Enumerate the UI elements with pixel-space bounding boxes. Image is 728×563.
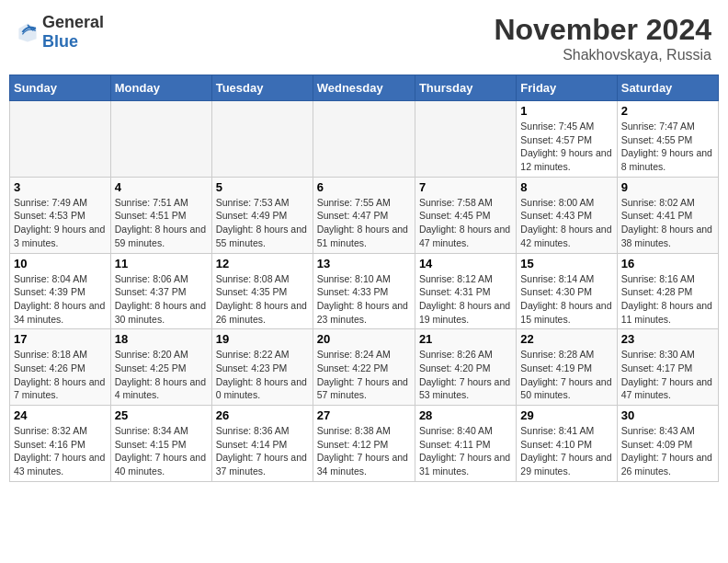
day-number: 6 <box>317 180 411 194</box>
day-info: Sunrise: 8:06 AM Sunset: 4:37 PM Dayligh… <box>115 272 208 327</box>
day-info: Sunrise: 8:30 AM Sunset: 4:17 PM Dayligh… <box>621 348 714 402</box>
day-number: 27 <box>317 408 411 422</box>
day-number: 20 <box>317 332 411 346</box>
day-number: 26 <box>216 408 309 422</box>
day-info: Sunrise: 7:45 AM Sunset: 4:57 PM Dayligh… <box>520 120 612 174</box>
col-header-thursday: Thursday <box>415 75 516 101</box>
day-number: 25 <box>115 408 208 422</box>
day-number: 24 <box>14 408 107 422</box>
day-info: Sunrise: 8:40 AM Sunset: 4:11 PM Dayligh… <box>419 424 512 478</box>
page-header: General Blue November 2024 Shakhovskaya,… <box>9 9 719 67</box>
title-block: November 2024 Shakhovskaya, Russia <box>494 13 711 63</box>
calendar-header-row: SundayMondayTuesdayWednesdayThursdayFrid… <box>10 75 719 101</box>
day-number: 10 <box>14 257 107 270</box>
day-number: 22 <box>520 332 612 346</box>
col-header-wednesday: Wednesday <box>313 75 415 101</box>
calendar-cell: 4Sunrise: 7:51 AM Sunset: 4:51 PM Daylig… <box>110 177 211 253</box>
day-info: Sunrise: 7:49 AM Sunset: 4:53 PM Dayligh… <box>14 196 107 250</box>
day-info: Sunrise: 8:24 AM Sunset: 4:22 PM Dayligh… <box>317 348 411 402</box>
day-info: Sunrise: 8:22 AM Sunset: 4:23 PM Dayligh… <box>216 348 309 402</box>
day-info: Sunrise: 8:38 AM Sunset: 4:12 PM Dayligh… <box>317 424 411 478</box>
calendar-cell: 6Sunrise: 7:55 AM Sunset: 4:47 PM Daylig… <box>313 177 415 253</box>
day-number: 30 <box>621 408 714 422</box>
day-number: 15 <box>520 257 612 270</box>
day-number: 7 <box>419 180 512 194</box>
col-header-friday: Friday <box>517 75 617 101</box>
day-number: 14 <box>419 257 512 270</box>
col-header-saturday: Saturday <box>617 75 718 101</box>
calendar-week-1: 3Sunrise: 7:49 AM Sunset: 4:53 PM Daylig… <box>10 177 719 253</box>
day-number: 28 <box>419 408 512 422</box>
month-title: November 2024 <box>494 13 711 47</box>
day-info: Sunrise: 8:00 AM Sunset: 4:43 PM Dayligh… <box>520 196 612 250</box>
col-header-sunday: Sunday <box>10 75 111 101</box>
day-number: 17 <box>14 332 107 346</box>
calendar-cell: 23Sunrise: 8:30 AM Sunset: 4:17 PM Dayli… <box>617 329 718 406</box>
calendar-cell: 12Sunrise: 8:08 AM Sunset: 4:35 PM Dayli… <box>211 253 313 329</box>
day-info: Sunrise: 8:14 AM Sunset: 4:30 PM Dayligh… <box>520 272 612 327</box>
calendar-table: SundayMondayTuesdayWednesdayThursdayFrid… <box>9 75 719 482</box>
calendar-cell: 11Sunrise: 8:06 AM Sunset: 4:37 PM Dayli… <box>110 253 211 329</box>
day-number: 19 <box>216 332 309 346</box>
calendar-cell: 16Sunrise: 8:16 AM Sunset: 4:28 PM Dayli… <box>617 253 718 329</box>
calendar-cell <box>211 101 313 178</box>
calendar-week-3: 17Sunrise: 8:18 AM Sunset: 4:26 PM Dayli… <box>10 329 719 406</box>
calendar-cell: 1Sunrise: 7:45 AM Sunset: 4:57 PM Daylig… <box>517 101 617 178</box>
day-info: Sunrise: 8:12 AM Sunset: 4:31 PM Dayligh… <box>419 272 512 327</box>
day-number: 12 <box>216 257 309 270</box>
day-info: Sunrise: 8:32 AM Sunset: 4:16 PM Dayligh… <box>14 424 107 478</box>
calendar-cell: 25Sunrise: 8:34 AM Sunset: 4:15 PM Dayli… <box>110 406 211 482</box>
logo-general: General <box>42 13 104 32</box>
day-number: 23 <box>621 332 714 346</box>
day-info: Sunrise: 8:43 AM Sunset: 4:09 PM Dayligh… <box>621 424 714 478</box>
calendar-cell: 20Sunrise: 8:24 AM Sunset: 4:22 PM Dayli… <box>313 329 415 406</box>
day-number: 13 <box>317 257 411 270</box>
day-number: 16 <box>621 257 714 270</box>
calendar-cell: 8Sunrise: 8:00 AM Sunset: 4:43 PM Daylig… <box>517 177 617 253</box>
calendar-cell: 28Sunrise: 8:40 AM Sunset: 4:11 PM Dayli… <box>415 406 516 482</box>
day-info: Sunrise: 8:41 AM Sunset: 4:10 PM Dayligh… <box>520 424 612 478</box>
day-info: Sunrise: 7:51 AM Sunset: 4:51 PM Dayligh… <box>115 196 208 250</box>
calendar-cell: 14Sunrise: 8:12 AM Sunset: 4:31 PM Dayli… <box>415 253 516 329</box>
col-header-tuesday: Tuesday <box>211 75 313 101</box>
day-number: 18 <box>115 332 208 346</box>
logo-blue-text: Blue <box>42 32 104 52</box>
day-number: 5 <box>216 180 309 194</box>
day-info: Sunrise: 8:28 AM Sunset: 4:19 PM Dayligh… <box>520 348 612 402</box>
calendar-cell: 17Sunrise: 8:18 AM Sunset: 4:26 PM Dayli… <box>10 329 111 406</box>
day-number: 21 <box>419 332 512 346</box>
day-number: 4 <box>115 180 208 194</box>
day-info: Sunrise: 8:36 AM Sunset: 4:14 PM Dayligh… <box>216 424 309 478</box>
day-info: Sunrise: 8:08 AM Sunset: 4:35 PM Dayligh… <box>216 272 309 327</box>
calendar-cell: 24Sunrise: 8:32 AM Sunset: 4:16 PM Dayli… <box>10 406 111 482</box>
day-number: 2 <box>621 104 714 118</box>
calendar-cell <box>415 101 516 178</box>
location: Shakhovskaya, Russia <box>494 47 711 63</box>
calendar-cell: 19Sunrise: 8:22 AM Sunset: 4:23 PM Dayli… <box>211 329 313 406</box>
day-info: Sunrise: 8:04 AM Sunset: 4:39 PM Dayligh… <box>14 272 107 327</box>
calendar-cell: 15Sunrise: 8:14 AM Sunset: 4:30 PM Dayli… <box>517 253 617 329</box>
calendar-cell: 13Sunrise: 8:10 AM Sunset: 4:33 PM Dayli… <box>313 253 415 329</box>
day-number: 29 <box>520 408 612 422</box>
calendar-cell: 27Sunrise: 8:38 AM Sunset: 4:12 PM Dayli… <box>313 406 415 482</box>
day-number: 9 <box>621 180 714 194</box>
day-info: Sunrise: 8:34 AM Sunset: 4:15 PM Dayligh… <box>115 424 208 478</box>
day-info: Sunrise: 8:20 AM Sunset: 4:25 PM Dayligh… <box>115 348 208 402</box>
calendar-week-4: 24Sunrise: 8:32 AM Sunset: 4:16 PM Dayli… <box>10 406 719 482</box>
calendar-cell: 7Sunrise: 7:58 AM Sunset: 4:45 PM Daylig… <box>415 177 516 253</box>
day-number: 3 <box>14 180 107 194</box>
logo-text: General Blue <box>42 13 104 52</box>
col-header-monday: Monday <box>110 75 211 101</box>
calendar-week-0: 1Sunrise: 7:45 AM Sunset: 4:57 PM Daylig… <box>10 101 719 178</box>
calendar-cell: 30Sunrise: 8:43 AM Sunset: 4:09 PM Dayli… <box>617 406 718 482</box>
day-info: Sunrise: 7:47 AM Sunset: 4:55 PM Dayligh… <box>621 120 714 174</box>
calendar-cell: 5Sunrise: 7:53 AM Sunset: 4:49 PM Daylig… <box>211 177 313 253</box>
calendar-cell: 29Sunrise: 8:41 AM Sunset: 4:10 PM Dayli… <box>517 406 617 482</box>
day-info: Sunrise: 8:26 AM Sunset: 4:20 PM Dayligh… <box>419 348 512 402</box>
day-info: Sunrise: 7:55 AM Sunset: 4:47 PM Dayligh… <box>317 196 411 250</box>
calendar-cell: 22Sunrise: 8:28 AM Sunset: 4:19 PM Dayli… <box>517 329 617 406</box>
day-info: Sunrise: 8:16 AM Sunset: 4:28 PM Dayligh… <box>621 272 714 327</box>
day-number: 8 <box>520 180 612 194</box>
calendar-cell: 3Sunrise: 7:49 AM Sunset: 4:53 PM Daylig… <box>10 177 111 253</box>
svg-marker-0 <box>18 23 36 41</box>
